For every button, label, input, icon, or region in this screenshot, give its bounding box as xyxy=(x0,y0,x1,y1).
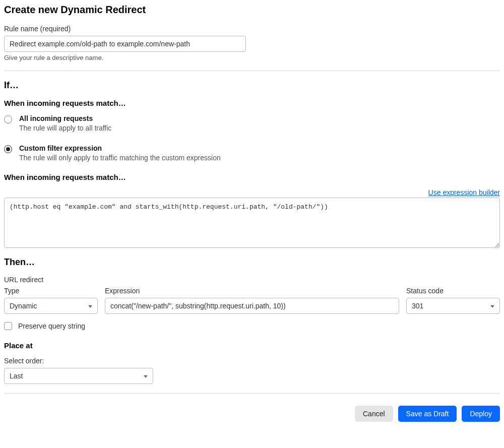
divider xyxy=(4,71,500,71)
match-radio-group: All incoming requests The rule will appl… xyxy=(4,114,500,162)
radio-desc: The rule will only apply to traffic matc… xyxy=(19,154,500,162)
deploy-button[interactable]: Deploy xyxy=(462,406,500,422)
rule-name-hint: Give your rule a descriptive name. xyxy=(4,54,500,61)
radio-title: Custom filter expression xyxy=(19,144,500,152)
preserve-query-label: Preserve query string xyxy=(18,322,85,330)
place-at-heading: Place at xyxy=(4,341,500,350)
cancel-button[interactable]: Cancel xyxy=(355,406,393,422)
order-select[interactable]: Last xyxy=(4,368,153,384)
status-code-select[interactable]: 301 xyxy=(406,298,500,314)
preserve-query-checkbox[interactable] xyxy=(4,322,12,330)
if-heading: If… xyxy=(4,80,500,91)
radio-icon xyxy=(4,145,12,153)
match-expression-textarea[interactable]: (http.host eq "example.com" and starts_w… xyxy=(4,198,500,248)
type-select[interactable]: Dynamic xyxy=(4,298,98,314)
save-draft-button[interactable]: Save as Draft xyxy=(398,406,457,422)
status-label: Status code xyxy=(406,287,500,295)
page-title: Create new Dynamic Redirect xyxy=(4,4,500,16)
match-subheading: When incoming requests match… xyxy=(4,99,500,107)
url-redirect-label: URL redirect xyxy=(4,276,500,284)
type-label: Type xyxy=(4,287,98,295)
radio-title: All incoming requests xyxy=(19,114,500,122)
radio-desc: The rule will apply to all traffic xyxy=(19,124,500,132)
expression-heading: When incoming requests match… xyxy=(4,173,500,181)
radio-custom-expression[interactable]: Custom filter expression The rule will o… xyxy=(4,144,500,162)
rule-name-input[interactable] xyxy=(4,36,246,52)
expression-label: Expression xyxy=(105,287,399,295)
radio-icon xyxy=(4,115,12,123)
rule-name-label: Rule name (required) xyxy=(4,25,500,33)
expression-builder-link[interactable]: Use expression builder xyxy=(428,188,500,197)
divider xyxy=(4,393,500,394)
select-order-label: Select order: xyxy=(4,357,500,365)
then-heading: Then… xyxy=(4,257,500,268)
radio-all-requests[interactable]: All incoming requests The rule will appl… xyxy=(4,114,500,132)
redirect-expression-input[interactable] xyxy=(105,298,399,314)
